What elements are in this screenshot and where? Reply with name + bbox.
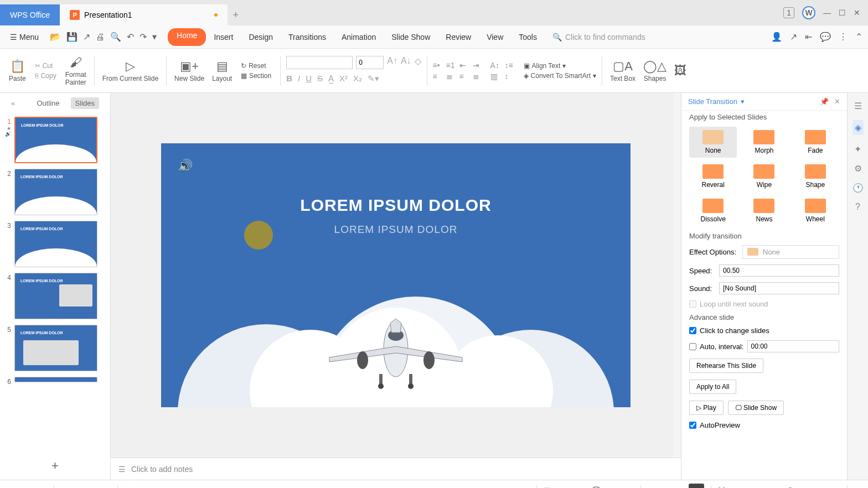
autopreview-checkbox[interactable] xyxy=(689,422,696,429)
transition-news[interactable]: News xyxy=(740,195,788,226)
sound-select[interactable] xyxy=(719,282,839,294)
transition-fade[interactable]: Fade xyxy=(792,127,839,158)
shapes-button[interactable]: ◯△ Shapes xyxy=(641,59,669,82)
sound-object-icon[interactable]: 🔊 xyxy=(178,159,193,173)
copy-button[interactable]: ⎘ Copy xyxy=(35,72,56,80)
speed-input[interactable] xyxy=(719,264,839,277)
section-button[interactable]: ▦ Section xyxy=(241,72,271,80)
tab-view[interactable]: View xyxy=(479,28,511,46)
remarks-button[interactable]: ☰ Remarks▾ xyxy=(544,486,585,489)
close-panel-icon[interactable]: ✕ xyxy=(834,97,840,106)
collapse-icon[interactable]: ⇤ xyxy=(805,32,812,42)
font-missing-warning[interactable]: ⚠ Font Missing xyxy=(128,486,177,489)
slide-counter[interactable]: Slide 1 / 33 xyxy=(8,486,44,489)
subscript-button[interactable]: X₂ xyxy=(353,74,362,84)
transition-wheel[interactable]: Wheel xyxy=(792,195,839,226)
slides-tab[interactable]: Slides xyxy=(71,97,99,109)
tab-tools[interactable]: Tools xyxy=(511,28,545,46)
spacing-button[interactable]: ↕ xyxy=(505,72,517,81)
airplane-graphic[interactable] xyxy=(318,319,473,391)
align-right-button[interactable]: ≡ xyxy=(459,72,471,81)
layout-button[interactable]: ▤ Layout xyxy=(210,59,234,82)
rehearse-button[interactable]: Rehearse This Slide xyxy=(689,359,763,373)
new-slide-button[interactable]: ▣+ New Slide xyxy=(172,59,206,82)
cut-button[interactable]: ✂ Cut xyxy=(35,62,56,70)
slide-canvas[interactable]: 🔊 LOREM IPSUM DOLOR LOREM IPSUM DOLOR xyxy=(161,143,631,407)
menu-button[interactable]: ☰ Menu xyxy=(6,30,43,44)
increase-font-icon[interactable]: A↑ xyxy=(387,56,397,69)
comments-icon[interactable]: 💬 xyxy=(820,32,831,42)
reset-button[interactable]: ↻ Reset xyxy=(241,62,271,70)
zoom-value[interactable]: 57% xyxy=(732,486,746,489)
transition-side-icon[interactable]: ◈ xyxy=(852,120,864,135)
normal-view-icon[interactable]: ▯▯ xyxy=(648,486,655,489)
align-center-button[interactable]: ≣ xyxy=(446,72,457,81)
decrease-indent-button[interactable]: ⇤ xyxy=(459,61,471,70)
slideshow-button[interactable]: 🖵 Slide Show xyxy=(728,401,784,415)
undo-icon[interactable]: ↶ xyxy=(127,32,134,42)
print-icon[interactable]: 🖨 xyxy=(96,32,105,42)
theme-name[interactable]: Office Theme xyxy=(64,486,107,489)
window-count-badge[interactable]: 1 xyxy=(783,7,794,18)
format-painter-button[interactable]: 🖌 Format Painter xyxy=(63,55,89,86)
fit-icon[interactable]: ▣ xyxy=(523,486,530,489)
from-current-slide-button[interactable]: ▷ From Current Slide xyxy=(100,59,161,82)
wps-logo-icon[interactable]: W xyxy=(802,6,815,19)
thumb-row[interactable]: 3 LOREM IPSUM DOLOR xyxy=(3,221,107,267)
fit-page-icon[interactable]: ⛶ xyxy=(718,486,725,489)
click-advance-checkbox[interactable] xyxy=(689,327,696,334)
columns-button[interactable]: ▥ xyxy=(490,72,503,81)
auto-advance-checkbox[interactable] xyxy=(689,343,696,350)
save-icon[interactable]: 💾 xyxy=(66,32,78,42)
align-text-button[interactable]: ▣ Align Text▾ xyxy=(524,62,596,70)
justify-button[interactable]: ≣ xyxy=(473,72,484,81)
play-transition-button[interactable]: ▷ Play xyxy=(689,401,724,415)
transition-dissolve[interactable]: Dissolve xyxy=(689,195,737,226)
text-direction-button[interactable]: A↕ xyxy=(490,61,503,70)
tab-animation[interactable]: Animation xyxy=(334,28,384,46)
transition-morph[interactable]: Morph xyxy=(740,127,788,158)
loop-checkbox[interactable] xyxy=(689,300,696,308)
highlight-button[interactable]: ✎▾ xyxy=(368,74,379,84)
tab-slideshow[interactable]: Slide Show xyxy=(384,28,438,46)
effect-options-select[interactable]: None xyxy=(742,245,839,259)
slide-thumbnails[interactable]: 1 ★ 🔊 LOREM IPSUM DOLOR 2 LOREM IPSUM DO… xyxy=(0,113,110,452)
new-tab-button[interactable]: + xyxy=(233,9,239,21)
paste-button[interactable]: 📋 Paste xyxy=(7,59,28,82)
document-tab[interactable]: P Presentation1 xyxy=(60,4,227,25)
close-button[interactable]: ✕ xyxy=(854,8,860,17)
superscript-button[interactable]: X² xyxy=(339,74,348,84)
slide-thumbnail-1[interactable]: LOREM IPSUM DOLOR xyxy=(14,117,97,163)
transition-shape[interactable]: Shape xyxy=(792,161,839,192)
zoom-in-button[interactable]: + xyxy=(836,486,840,489)
slide-thumbnail-5[interactable]: LOREM IPSUM DOLOR xyxy=(14,325,97,371)
settings-side-icon[interactable]: ⚙ xyxy=(854,163,862,174)
more-icon[interactable]: ⋮ xyxy=(839,32,848,42)
slide-thumbnail-2[interactable]: LOREM IPSUM DOLOR xyxy=(14,169,97,215)
thumb-row[interactable]: 1 ★ 🔊 LOREM IPSUM DOLOR xyxy=(3,117,107,163)
picture-button[interactable]: 🖼 xyxy=(672,64,689,78)
open-icon[interactable]: 📂 xyxy=(50,32,61,42)
line-spacing-button[interactable]: ↕≡ xyxy=(505,61,517,70)
slide-thumbnail-6[interactable] xyxy=(14,377,97,382)
preview-icon[interactable]: 🔍 xyxy=(110,32,121,42)
slide-title[interactable]: LOREM IPSUM DOLOR xyxy=(161,196,631,215)
notes-input[interactable]: ☰ Click to add notes xyxy=(111,458,681,480)
sorter-view-icon[interactable]: ▦ xyxy=(662,486,669,489)
vertical-scrollbar[interactable] xyxy=(673,93,681,458)
bold-button[interactable]: B xyxy=(286,74,292,84)
help-side-icon[interactable]: ? xyxy=(855,202,860,212)
font-size-input[interactable] xyxy=(356,56,384,69)
thumb-row[interactable]: 4 LOREM IPSUM DOLOR xyxy=(3,273,107,319)
outline-tab[interactable]: Outline xyxy=(32,97,64,109)
tab-transitions[interactable]: Transitions xyxy=(281,28,334,46)
slideshow-play-button[interactable]: ▶ xyxy=(689,484,704,488)
underline-button[interactable]: U xyxy=(306,74,312,84)
transition-reveral[interactable]: Reveral xyxy=(689,161,737,192)
tab-review[interactable]: Review xyxy=(438,28,479,46)
slide-thumbnail-3[interactable]: LOREM IPSUM DOLOR xyxy=(14,221,97,267)
slide-subtitle[interactable]: LOREM IPSUM DOLOR xyxy=(161,224,631,236)
command-search[interactable]: 🔍 Click to find commands xyxy=(552,33,645,41)
convert-smartart-button[interactable]: ◈ Convert To SmartArt▾ xyxy=(524,72,596,80)
add-slide-button[interactable]: + xyxy=(0,452,110,480)
